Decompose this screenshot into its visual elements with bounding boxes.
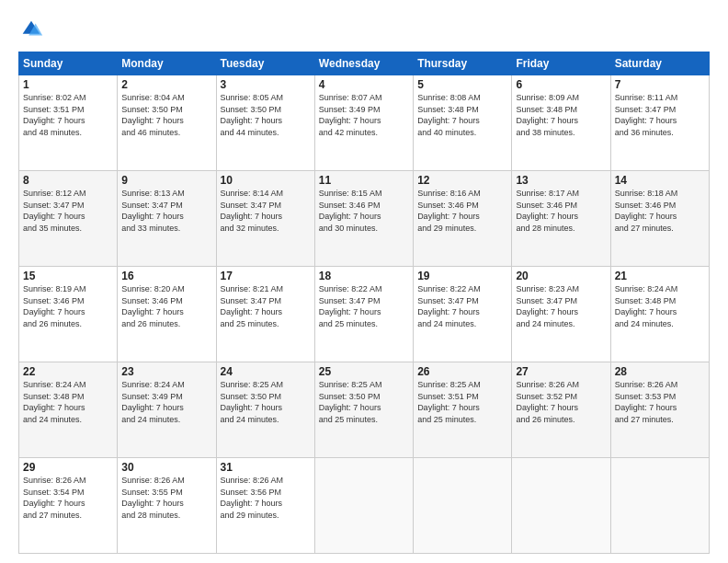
day-number: 29	[23, 461, 113, 474]
calendar-table: Sunday Monday Tuesday Wednesday Thursday…	[18, 52, 710, 554]
day-number: 1	[23, 78, 113, 91]
table-row: 2Sunrise: 8:04 AMSunset: 3:50 PMDaylight…	[118, 75, 216, 171]
table-row: 6Sunrise: 8:09 AMSunset: 3:48 PMDaylight…	[512, 75, 610, 171]
day-number: 3	[221, 78, 311, 91]
table-row: 29Sunrise: 8:26 AMSunset: 3:54 PMDayligh…	[19, 458, 118, 554]
day-info: Sunrise: 8:18 AMSunset: 3:46 PMDaylight:…	[615, 188, 705, 234]
day-info: Sunrise: 8:14 AMSunset: 3:47 PMDaylight:…	[221, 188, 311, 234]
table-row: 17Sunrise: 8:21 AMSunset: 3:47 PMDayligh…	[216, 267, 314, 362]
day-info: Sunrise: 8:11 AMSunset: 3:47 PMDaylight:…	[615, 92, 705, 138]
day-info: Sunrise: 8:17 AMSunset: 3:46 PMDaylight:…	[516, 188, 606, 234]
col-tuesday: Tuesday	[216, 52, 314, 75]
day-number: 30	[121, 461, 211, 474]
day-number: 14	[615, 174, 705, 187]
day-number: 15	[23, 270, 113, 282]
day-info: Sunrise: 8:16 AMSunset: 3:46 PMDaylight:…	[417, 188, 507, 234]
day-info: Sunrise: 8:25 AMSunset: 3:51 PMDaylight:…	[417, 379, 507, 425]
table-row: 24Sunrise: 8:25 AMSunset: 3:50 PMDayligh…	[216, 362, 314, 458]
table-row	[414, 458, 512, 554]
table-row: 10Sunrise: 8:14 AMSunset: 3:47 PMDayligh…	[216, 171, 314, 267]
table-row: 8Sunrise: 8:12 AMSunset: 3:47 PMDaylight…	[19, 171, 118, 267]
table-row: 27Sunrise: 8:26 AMSunset: 3:52 PMDayligh…	[512, 362, 610, 458]
day-info: Sunrise: 8:24 AMSunset: 3:49 PMDaylight:…	[121, 379, 211, 425]
day-number: 9	[121, 174, 211, 187]
table-row: 12Sunrise: 8:16 AMSunset: 3:46 PMDayligh…	[414, 171, 512, 267]
day-number: 27	[516, 365, 606, 378]
day-info: Sunrise: 8:24 AMSunset: 3:48 PMDaylight:…	[615, 283, 705, 329]
table-row: 18Sunrise: 8:22 AMSunset: 3:47 PMDayligh…	[314, 267, 413, 362]
day-info: Sunrise: 8:26 AMSunset: 3:54 PMDaylight:…	[23, 475, 113, 521]
col-friday: Friday	[512, 52, 610, 75]
table-row: 13Sunrise: 8:17 AMSunset: 3:46 PMDayligh…	[512, 171, 610, 267]
day-info: Sunrise: 8:25 AMSunset: 3:50 PMDaylight:…	[319, 379, 409, 425]
day-info: Sunrise: 8:02 AMSunset: 3:51 PMDaylight:…	[23, 92, 113, 138]
day-number: 16	[121, 270, 211, 282]
day-info: Sunrise: 8:09 AMSunset: 3:48 PMDaylight:…	[516, 92, 606, 138]
day-info: Sunrise: 8:26 AMSunset: 3:53 PMDaylight:…	[615, 379, 705, 425]
day-info: Sunrise: 8:25 AMSunset: 3:50 PMDaylight:…	[221, 379, 311, 425]
table-row: 16Sunrise: 8:20 AMSunset: 3:46 PMDayligh…	[118, 267, 216, 362]
day-info: Sunrise: 8:12 AMSunset: 3:47 PMDaylight:…	[23, 188, 113, 234]
table-row	[512, 458, 610, 554]
table-row: 19Sunrise: 8:22 AMSunset: 3:47 PMDayligh…	[414, 267, 512, 362]
table-row: 11Sunrise: 8:15 AMSunset: 3:46 PMDayligh…	[314, 171, 413, 267]
table-row: 4Sunrise: 8:07 AMSunset: 3:49 PMDaylight…	[314, 75, 413, 171]
table-row: 31Sunrise: 8:26 AMSunset: 3:56 PMDayligh…	[216, 458, 314, 554]
day-info: Sunrise: 8:05 AMSunset: 3:50 PMDaylight:…	[221, 92, 311, 138]
day-number: 11	[319, 174, 409, 187]
table-row: 30Sunrise: 8:26 AMSunset: 3:55 PMDayligh…	[118, 458, 216, 554]
table-row: 9Sunrise: 8:13 AMSunset: 3:47 PMDaylight…	[118, 171, 216, 267]
table-row	[314, 458, 413, 554]
header-row: Sunday Monday Tuesday Wednesday Thursday…	[19, 52, 710, 75]
col-monday: Monday	[118, 52, 216, 75]
day-info: Sunrise: 8:13 AMSunset: 3:47 PMDaylight:…	[121, 188, 211, 234]
day-info: Sunrise: 8:26 AMSunset: 3:55 PMDaylight:…	[121, 475, 211, 521]
header	[18, 17, 710, 42]
day-info: Sunrise: 8:04 AMSunset: 3:50 PMDaylight:…	[121, 92, 211, 138]
table-row: 14Sunrise: 8:18 AMSunset: 3:46 PMDayligh…	[610, 171, 709, 267]
day-number: 10	[221, 174, 311, 187]
day-number: 18	[319, 270, 409, 282]
day-number: 28	[615, 365, 705, 378]
col-thursday: Thursday	[414, 52, 512, 75]
day-number: 2	[121, 78, 211, 91]
logo	[18, 17, 48, 42]
table-row: 23Sunrise: 8:24 AMSunset: 3:49 PMDayligh…	[118, 362, 216, 458]
day-info: Sunrise: 8:22 AMSunset: 3:47 PMDaylight:…	[417, 283, 507, 329]
day-number: 31	[221, 461, 311, 474]
col-sunday: Sunday	[19, 52, 118, 75]
day-number: 19	[417, 270, 507, 282]
day-number: 13	[516, 174, 606, 187]
table-row: 28Sunrise: 8:26 AMSunset: 3:53 PMDayligh…	[610, 362, 709, 458]
day-number: 25	[319, 365, 409, 378]
table-row: 7Sunrise: 8:11 AMSunset: 3:47 PMDaylight…	[610, 75, 709, 171]
day-number: 4	[319, 78, 409, 91]
day-number: 23	[121, 365, 211, 378]
day-number: 8	[23, 174, 113, 187]
table-row: 1Sunrise: 8:02 AMSunset: 3:51 PMDaylight…	[19, 75, 118, 171]
day-number: 21	[615, 270, 705, 282]
day-number: 24	[221, 365, 311, 378]
table-row: 22Sunrise: 8:24 AMSunset: 3:48 PMDayligh…	[19, 362, 118, 458]
table-row	[610, 458, 709, 554]
day-number: 17	[221, 270, 311, 282]
day-number: 20	[516, 270, 606, 282]
page: Sunday Monday Tuesday Wednesday Thursday…	[0, 0, 728, 563]
day-info: Sunrise: 8:08 AMSunset: 3:48 PMDaylight:…	[417, 92, 507, 138]
day-number: 22	[23, 365, 113, 378]
day-info: Sunrise: 8:19 AMSunset: 3:46 PMDaylight:…	[23, 283, 113, 329]
day-info: Sunrise: 8:23 AMSunset: 3:47 PMDaylight:…	[516, 283, 606, 329]
day-info: Sunrise: 8:21 AMSunset: 3:47 PMDaylight:…	[221, 283, 311, 329]
day-info: Sunrise: 8:22 AMSunset: 3:47 PMDaylight:…	[319, 283, 409, 329]
day-number: 5	[417, 78, 507, 91]
day-number: 7	[615, 78, 705, 91]
table-row: 25Sunrise: 8:25 AMSunset: 3:50 PMDayligh…	[314, 362, 413, 458]
day-info: Sunrise: 8:15 AMSunset: 3:46 PMDaylight:…	[319, 188, 409, 234]
table-row: 5Sunrise: 8:08 AMSunset: 3:48 PMDaylight…	[414, 75, 512, 171]
day-number: 26	[417, 365, 507, 378]
day-number: 6	[516, 78, 606, 91]
logo-icon	[18, 17, 44, 42]
table-row: 3Sunrise: 8:05 AMSunset: 3:50 PMDaylight…	[216, 75, 314, 171]
table-row: 26Sunrise: 8:25 AMSunset: 3:51 PMDayligh…	[414, 362, 512, 458]
table-row: 21Sunrise: 8:24 AMSunset: 3:48 PMDayligh…	[610, 267, 709, 362]
